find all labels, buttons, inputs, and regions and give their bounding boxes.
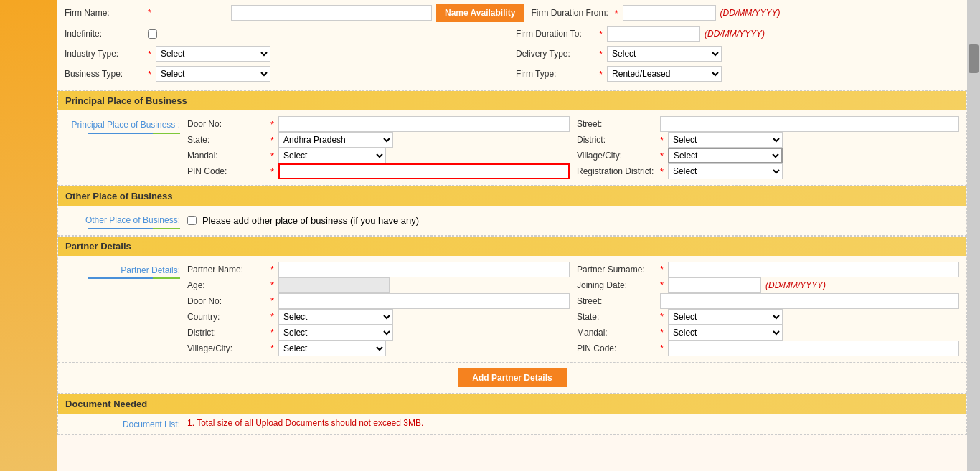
business-type-select[interactable]: Select xyxy=(156,66,270,82)
partner-details-side-label: Partner Details: xyxy=(121,265,180,277)
firm-name-input[interactable] xyxy=(231,5,432,21)
age-input[interactable] xyxy=(278,277,390,293)
street-label: Street: xyxy=(577,119,656,129)
principal-place-label-col: Principal Place of Business : xyxy=(65,116,187,179)
district-select[interactable]: Select xyxy=(668,132,783,148)
partner-surname-label: Partner Surname: xyxy=(577,265,656,275)
district-group: District:* Select xyxy=(577,132,959,148)
other-place-checkbox[interactable] xyxy=(187,216,197,225)
partner-pin-group: PIN Code:* xyxy=(577,341,959,356)
partner-street-label: Street: xyxy=(577,296,656,306)
other-place-header: Other Place of Business xyxy=(58,186,966,206)
partner-door-no-input[interactable] xyxy=(278,293,570,309)
partner-village-pin-row: Village/City:* Select PIN Code:* xyxy=(187,341,959,356)
indefinite-label: Indefinite: xyxy=(65,29,143,39)
firm-duration-from-label: Firm Duration From: xyxy=(531,8,610,18)
document-needed-title: Document Needed xyxy=(65,399,147,409)
partner-mandal-select[interactable]: Select xyxy=(668,325,783,341)
partner-details-label-col: Partner Details: xyxy=(65,262,187,356)
industry-type-select[interactable]: Select xyxy=(156,46,270,62)
partner-district-group: District:* Select xyxy=(187,325,570,341)
partner-door-street-row: Door No:* Street: xyxy=(187,293,959,309)
other-place-checkbox-label: Please add other place of business (if y… xyxy=(202,215,419,226)
firm-duration-from-group: Firm Duration From:* (DD/MM/YYYY) xyxy=(531,5,960,21)
other-place-underline xyxy=(88,228,180,229)
add-partner-button[interactable]: Add Partner Details xyxy=(458,368,566,387)
principal-place-fields: Door No:* Street: State:* xyxy=(187,116,959,179)
partner-surname-input[interactable] xyxy=(668,262,959,277)
doc-list-label: Document List: xyxy=(123,419,180,431)
partner-country-select[interactable]: Select xyxy=(278,309,393,325)
joining-date-label: Joining Date: xyxy=(577,280,656,290)
firm-type-label: Firm Type: xyxy=(516,69,595,79)
mandal-select[interactable]: Select xyxy=(278,148,386,163)
firm-duration-from-format: (DD/MM/YYYY) xyxy=(720,8,781,18)
firm-duration-to-label: Firm Duration To: xyxy=(516,29,595,39)
delivery-type-group: Delivery Type:* Select xyxy=(516,46,960,62)
industry-type-row: Industry Type:* Select Delivery Type:* S… xyxy=(65,46,960,62)
age-group: Age:* xyxy=(187,277,570,293)
firm-duration-to-format: (DD/MM/YYYY) xyxy=(705,29,765,39)
principal-place-section: Principal Place of Business Principal Pl… xyxy=(57,90,967,186)
state-district-row: State:* Andhra Pradesh District:* Select xyxy=(187,132,959,148)
principal-place-header: Principal Place of Business xyxy=(58,91,966,110)
partner-details-header: Partner Details xyxy=(58,237,966,256)
indefinite-row: Indefinite: Firm Duration To:* (DD/MM/YY… xyxy=(65,26,960,42)
reg-district-select[interactable]: Select xyxy=(668,163,783,179)
firm-name-group: Firm Name:* Name Availability xyxy=(65,4,524,22)
delivery-type-select[interactable]: Select xyxy=(607,46,722,62)
partner-fields: Partner Name:* Partner Surname:* Age:* xyxy=(187,262,959,356)
left-sidebar xyxy=(0,0,57,471)
partner-state-select[interactable]: Select xyxy=(668,309,783,325)
other-place-section: Other Place of Business Other Place of B… xyxy=(57,186,967,236)
door-no-group: Door No:* xyxy=(187,116,570,132)
industry-type-label: Industry Type: xyxy=(65,49,143,59)
partner-village-label: Village/City: xyxy=(187,343,266,353)
firm-type-select[interactable]: Rented/Leased xyxy=(607,66,722,82)
firm-name-label: Firm Name: xyxy=(65,8,143,18)
firm-duration-to-input[interactable] xyxy=(607,26,700,42)
joining-date-input[interactable] xyxy=(668,277,761,293)
mandal-village-row: Mandal:* Select Village/City:* Select xyxy=(187,148,959,163)
firm-name-row: Firm Name:* Name Availability Firm Durat… xyxy=(65,4,960,22)
state-label: State: xyxy=(187,135,266,145)
pin-code-input[interactable] xyxy=(278,163,570,179)
other-place-checkbox-row: Please add other place of business (if y… xyxy=(187,211,959,229)
other-place-body: Other Place of Business: Please add othe… xyxy=(58,206,966,235)
principal-place-body: Principal Place of Business : Door No:* … xyxy=(58,110,966,185)
partner-name-input[interactable] xyxy=(278,262,570,277)
reg-district-group: Registration District:* Select xyxy=(577,163,959,179)
doc-note: 1. Total size of all Upload Documents sh… xyxy=(187,418,959,428)
firm-duration-from-input[interactable] xyxy=(623,5,716,21)
partner-name-group: Partner Name:* xyxy=(187,262,570,277)
partner-district-label: District: xyxy=(187,328,266,338)
age-label: Age: xyxy=(187,280,266,290)
partner-pin-input[interactable] xyxy=(668,341,959,356)
joining-date-format: (DD/MM/YYYY) xyxy=(765,280,826,290)
principal-street-input[interactable] xyxy=(660,116,959,132)
principal-door-no-input[interactable] xyxy=(278,116,570,132)
village-city-select[interactable]: Select xyxy=(668,148,783,163)
scrollbar-thumb[interactable] xyxy=(969,44,979,73)
doc-label-col: Document List: xyxy=(65,418,187,431)
document-needed-section: Document Needed Document List: 1. Total … xyxy=(57,394,967,436)
partner-country-state-row: Country:* Select State:* Select xyxy=(187,309,959,325)
principal-place-underline xyxy=(88,133,180,134)
partner-district-select[interactable]: Select xyxy=(278,325,393,341)
street-group: Street: xyxy=(577,116,959,132)
name-availability-button[interactable]: Name Availability xyxy=(436,4,524,22)
other-place-side-label: Other Place of Business: xyxy=(85,215,180,227)
joining-date-group: Joining Date:* (DD/MM/YYYY) xyxy=(577,277,959,293)
partner-mandal-label: Mandal: xyxy=(577,328,656,338)
partner-village-select[interactable]: Select xyxy=(278,341,386,356)
state-group: State:* Andhra Pradesh xyxy=(187,132,570,148)
partner-name-label: Partner Name: xyxy=(187,265,266,275)
district-label: District: xyxy=(577,135,656,145)
mandal-label: Mandal: xyxy=(187,151,266,161)
state-select[interactable]: Andhra Pradesh xyxy=(278,132,393,148)
pin-code-label: PIN Code: xyxy=(187,166,266,176)
firm-type-group: Firm Type:* Rented/Leased xyxy=(516,66,960,82)
partner-street-input[interactable] xyxy=(660,293,959,309)
indefinite-checkbox[interactable] xyxy=(148,29,157,39)
partner-state-group: State:* Select xyxy=(577,309,959,325)
